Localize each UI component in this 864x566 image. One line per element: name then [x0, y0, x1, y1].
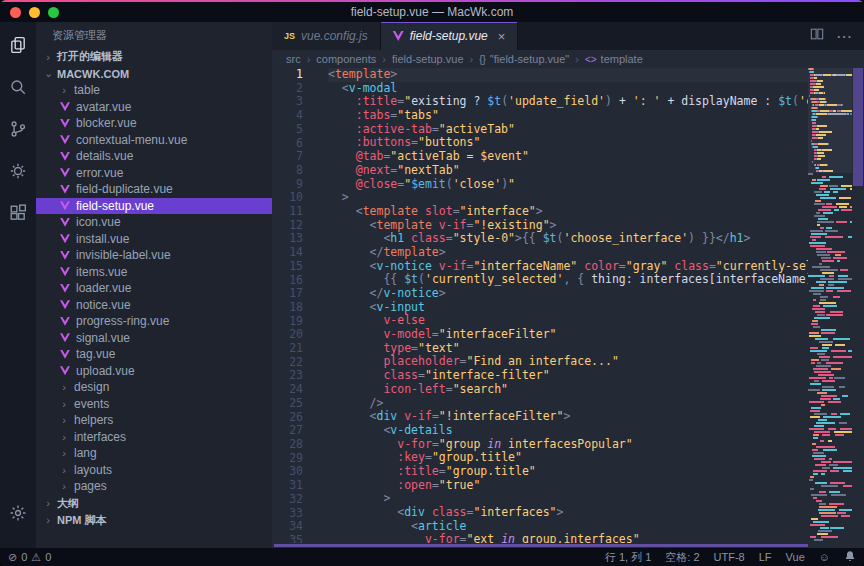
close-window-button[interactable]: [10, 7, 21, 18]
line-number[interactable]: 15: [272, 260, 303, 274]
editor[interactable]: 1234567891011121314151617181920212223242…: [272, 68, 864, 543]
code-line[interactable]: <template slot="interface">: [328, 205, 808, 219]
line-number[interactable]: 20: [272, 328, 303, 342]
code-line[interactable]: :tabs="tabs": [328, 109, 808, 123]
line-number[interactable]: 19: [272, 315, 303, 329]
code-line[interactable]: type="text": [328, 342, 808, 356]
code-line[interactable]: @tab="activeTab = $event": [328, 150, 808, 164]
line-number[interactable]: 3: [272, 95, 303, 109]
line-number[interactable]: 32: [272, 493, 303, 507]
tree-item[interactable]: notice.vue: [36, 297, 272, 314]
code-line[interactable]: <div class="interfaces">: [328, 506, 808, 520]
tree-item[interactable]: error.vue: [36, 165, 272, 182]
explorer-icon[interactable]: [7, 34, 29, 56]
line-number[interactable]: 5: [272, 123, 303, 137]
code-line[interactable]: <v-notice v-if="interfaceName" color="gr…: [328, 260, 808, 274]
tree-item[interactable]: ›design: [36, 379, 272, 396]
line-number[interactable]: 28: [272, 438, 303, 452]
tree-item[interactable]: ›pages: [36, 478, 272, 495]
code-line[interactable]: <h1 class="style-0">{{ $t('choose_interf…: [328, 232, 808, 246]
line-number[interactable]: 18: [272, 301, 303, 315]
outline-section[interactable]: › 大纲: [36, 495, 272, 512]
settings-gear-icon[interactable]: [7, 502, 29, 524]
code-line[interactable]: <template>: [328, 68, 808, 82]
extensions-icon[interactable]: [7, 202, 29, 224]
line-number[interactable]: 33: [272, 507, 303, 521]
line-number[interactable]: 30: [272, 465, 303, 479]
breadcrumb-item[interactable]: src: [286, 53, 301, 65]
code-line[interactable]: </v-notice>: [328, 287, 808, 301]
code-line[interactable]: :buttons="buttons": [328, 136, 808, 150]
breadcrumb-item[interactable]: field-setup.vue: [392, 53, 464, 65]
zoom-window-button[interactable]: [48, 7, 59, 18]
code-line[interactable]: <v-details: [328, 424, 808, 438]
tree-item[interactable]: tag.vue: [36, 346, 272, 363]
line-number[interactable]: 27: [272, 424, 303, 438]
eol[interactable]: LF: [759, 551, 772, 563]
line-number[interactable]: 12: [272, 219, 303, 233]
encoding[interactable]: UTF-8: [714, 551, 745, 563]
code-line[interactable]: icon-left="search": [328, 383, 808, 397]
tree-item[interactable]: ›table: [36, 82, 272, 99]
line-number[interactable]: 6: [272, 137, 303, 151]
code-line[interactable]: >: [328, 492, 808, 506]
code-line[interactable]: />: [328, 397, 808, 411]
tab-field-setup-vue[interactable]: field-setup.vue×: [381, 22, 519, 50]
code-line[interactable]: :open="true": [328, 479, 808, 493]
line-number[interactable]: 34: [272, 520, 303, 534]
project-root-section[interactable]: ⌄ MACWK.COM: [36, 65, 272, 82]
tree-item[interactable]: loader.vue: [36, 280, 272, 297]
tree-item[interactable]: icon.vue: [36, 214, 272, 231]
code-line[interactable]: v-for="group in interfacesPopular": [328, 438, 808, 452]
npm-scripts-section[interactable]: › NPM 脚本: [36, 512, 272, 529]
line-number[interactable]: 10: [272, 191, 303, 205]
tree-item[interactable]: blocker.vue: [36, 115, 272, 132]
code-line[interactable]: <article: [328, 520, 808, 534]
tree-item[interactable]: ›interfaces: [36, 429, 272, 446]
tree-item[interactable]: upload.vue: [36, 363, 272, 380]
notifications-bell-icon[interactable]: [844, 550, 856, 564]
code-line[interactable]: class="interface-filter": [328, 369, 808, 383]
tree-item[interactable]: avatar.vue: [36, 99, 272, 116]
line-number[interactable]: 17: [272, 287, 303, 301]
code-line[interactable]: v-for="ext in group.interfaces": [328, 533, 808, 543]
line-number[interactable]: 1: [272, 68, 303, 82]
line-number[interactable]: 31: [272, 479, 303, 493]
indentation[interactable]: 空格: 2: [665, 550, 699, 565]
code-line[interactable]: {{ $t('currently_selected', { thing: int…: [328, 273, 808, 287]
close-icon[interactable]: ×: [498, 29, 506, 44]
tree-item[interactable]: ›helpers: [36, 412, 272, 429]
horizontal-scrollbar-thumb[interactable]: [274, 544, 808, 547]
minimap-viewport[interactable]: [808, 68, 852, 173]
code-line[interactable]: <v-modal: [328, 82, 808, 96]
debug-icon[interactable]: [7, 160, 29, 182]
open-editors-section[interactable]: › 打开的编辑器: [36, 48, 272, 65]
tree-item[interactable]: details.vue: [36, 148, 272, 165]
code-line[interactable]: v-else: [328, 314, 808, 328]
horizontal-scrollbar[interactable]: [272, 543, 864, 548]
code-line[interactable]: @close="$emit('close')": [328, 178, 808, 192]
breadcrumb-item[interactable]: components: [316, 53, 376, 65]
code-line[interactable]: </template>: [328, 246, 808, 260]
tree-item[interactable]: signal.vue: [36, 330, 272, 347]
tree-item[interactable]: field-duplicate.vue: [36, 181, 272, 198]
more-actions-icon[interactable]: ⋯: [836, 27, 852, 46]
code-line[interactable]: :active-tab="activeTab": [328, 123, 808, 137]
line-number[interactable]: 35: [272, 534, 303, 543]
language-mode[interactable]: Vue: [786, 551, 805, 563]
tab-vue-config-js[interactable]: JSvue.config.js: [272, 22, 381, 50]
cursor-position[interactable]: 行 1, 列 1: [605, 550, 651, 565]
tree-item[interactable]: field-setup.vue: [36, 198, 272, 215]
line-number[interactable]: 7: [272, 150, 303, 164]
code-line[interactable]: >: [328, 191, 808, 205]
line-number[interactable]: 21: [272, 342, 303, 356]
code-line[interactable]: placeholder="Find an interface...": [328, 355, 808, 369]
breadcrumb-item[interactable]: <>template: [585, 53, 643, 65]
line-number[interactable]: 4: [272, 109, 303, 123]
feedback-smiley-icon[interactable]: ☺: [819, 551, 830, 563]
tree-item[interactable]: install.vue: [36, 231, 272, 248]
line-number[interactable]: 16: [272, 274, 303, 288]
breadcrumb-item[interactable]: {}"field-setup.vue": [479, 53, 569, 65]
code-line[interactable]: <template v-if="!existing">: [328, 219, 808, 233]
tree-item[interactable]: ›events: [36, 396, 272, 413]
